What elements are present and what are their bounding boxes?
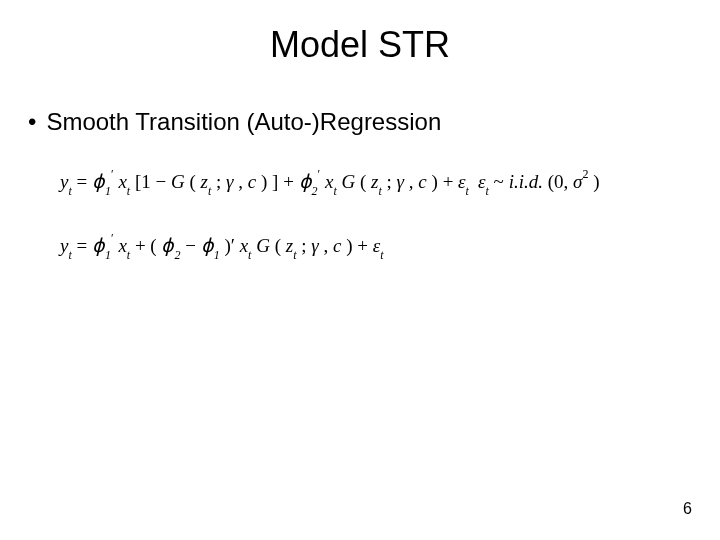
dist-close: ) xyxy=(593,171,599,192)
eq1-phi2: ϕ xyxy=(299,171,312,192)
eq1-z1: z xyxy=(201,171,208,192)
eq3-eq: = xyxy=(77,235,92,256)
slide-title: Model STR xyxy=(0,24,720,66)
slide: Model STR • Smooth Transition (Auto-)Reg… xyxy=(0,0,720,540)
eq3-G: G xyxy=(256,235,270,256)
eq1-lp1: ( xyxy=(189,171,195,192)
eq1-z1-sub: t xyxy=(208,184,211,198)
dist-eps: ε xyxy=(478,171,486,192)
eq1-phi1-sub: 1 xyxy=(105,184,111,198)
eq3-gr: ) xyxy=(346,235,352,256)
eq1-eps: ε xyxy=(458,171,466,192)
eq1-comma2: , xyxy=(409,171,419,192)
eq1-phi2-sub: 2 xyxy=(312,184,318,198)
bullet-marker: • xyxy=(28,108,36,136)
eq3-x2-sub: t xyxy=(248,248,251,262)
eq3-plus: + ( xyxy=(135,235,157,256)
eq3-z-sub: t xyxy=(293,248,296,262)
bullet-item: • Smooth Transition (Auto-)Regression xyxy=(28,108,441,136)
eq1-rbrack: ] + xyxy=(272,171,299,192)
eq3-phi1b: ϕ xyxy=(201,235,214,256)
equation-1: yt = ϕ1′ xt [1 − G ( zt ; γ , c ) ] + ϕ2… xyxy=(60,170,469,197)
dist-args: (0, xyxy=(548,171,573,192)
eq3-phi1b-sub: 1 xyxy=(214,248,220,262)
eq1-c2: c xyxy=(418,171,426,192)
dist-tilde: ~ xyxy=(494,171,509,192)
eq1-eq: = xyxy=(77,171,92,192)
eq3-phi1a-sub: 1 xyxy=(105,248,111,262)
eq1-semi2: ; xyxy=(387,171,397,192)
eq1-semi1: ; xyxy=(216,171,226,192)
eq1-phi1-prime: ′ xyxy=(111,167,114,181)
eq3-minus: − xyxy=(185,235,200,256)
eq1-G2: G xyxy=(342,171,356,192)
eq3-phi2-sub: 2 xyxy=(174,248,180,262)
eq3-phi1a-prime: ′ xyxy=(111,231,114,245)
eq3-x1-sub: t xyxy=(127,248,130,262)
page-number: 6 xyxy=(683,500,692,518)
eq3-pluseps: + xyxy=(357,235,372,256)
bullet-text: Smooth Transition (Auto-)Regression xyxy=(46,108,441,136)
eq1-x1-sub: t xyxy=(127,184,130,198)
eq1-phi1: ϕ xyxy=(92,171,105,192)
eq3-gl: ( xyxy=(275,235,281,256)
eq1-G1: G xyxy=(171,171,185,192)
dist-sigma: σ xyxy=(573,171,582,192)
eq3-comma: , xyxy=(324,235,334,256)
eq1-pluseps: + xyxy=(443,171,458,192)
eq1-y-sub: t xyxy=(68,184,71,198)
eq3-c: c xyxy=(333,235,341,256)
eq1-phi2-prime: ′ xyxy=(318,167,321,181)
dist-eps-sub: t xyxy=(486,184,489,198)
eq1-gamma1: γ xyxy=(226,171,234,192)
eq1-rp1: ) xyxy=(261,171,267,192)
eq1-lp2: ( xyxy=(360,171,366,192)
eq3-phi2: ϕ xyxy=(161,235,174,256)
eq1-z2-sub: t xyxy=(378,184,381,198)
eq3-x1: x xyxy=(118,235,126,256)
eq3-y-sub: t xyxy=(68,248,71,262)
eq1-gamma2: γ xyxy=(397,171,405,192)
eq3-eps-sub: t xyxy=(380,248,383,262)
eq3-rpprime: )′ xyxy=(224,235,234,256)
eq1-x2-sub: t xyxy=(333,184,336,198)
eq3-semi: ; xyxy=(301,235,311,256)
eq1-rp2: ) xyxy=(432,171,438,192)
eq1-eps-sub: t xyxy=(466,184,469,198)
eq3-phi1a: ϕ xyxy=(92,235,105,256)
dist-iid: i.i.d. xyxy=(509,171,543,192)
eq1-x1: x xyxy=(118,171,126,192)
eq3-x2: x xyxy=(240,235,248,256)
eq1-lbrack: [1 − xyxy=(135,171,171,192)
dist-sigma-sq: 2 xyxy=(582,167,588,181)
eq3-gamma: γ xyxy=(311,235,319,256)
eq1-comma1: , xyxy=(238,171,248,192)
equation-dist: εt ~ i.i.d. (0, σ2 ) xyxy=(478,170,599,197)
equation-2: yt = ϕ1′ xt + ( ϕ2 − ϕ1 )′ xt G ( zt ; γ… xyxy=(60,234,384,261)
eq1-c1: c xyxy=(248,171,256,192)
